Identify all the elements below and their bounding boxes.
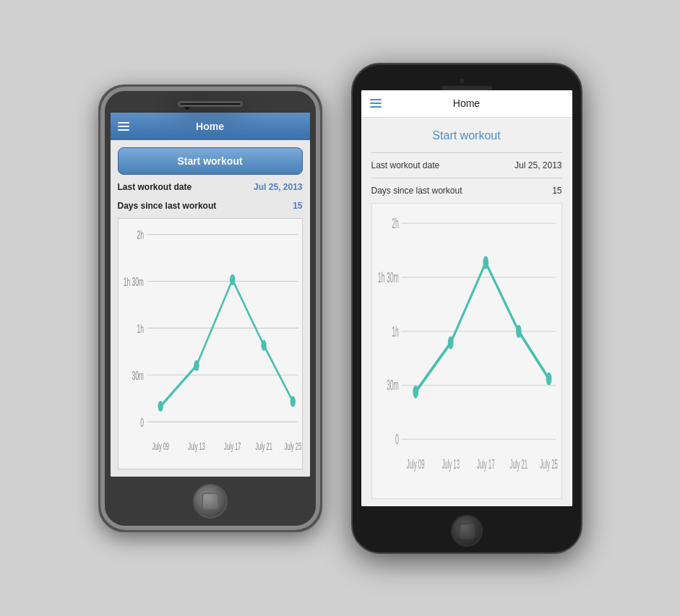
svg-text:July 17: July 17 xyxy=(476,456,494,472)
svg-text:1h: 1h xyxy=(137,321,143,335)
app-body2: Start workout Last workout date Jul 25, … xyxy=(361,118,572,506)
home-button1[interactable] xyxy=(193,484,228,519)
last-workout-row2: Last workout date Jul 25, 2013 xyxy=(371,159,562,172)
menu-line xyxy=(118,126,129,127)
svg-text:July 25: July 25 xyxy=(540,456,558,472)
data-point2 xyxy=(546,372,551,385)
last-workout-label2: Last workout date xyxy=(371,160,440,170)
phone2: Home Start workout Last workout date Jul… xyxy=(351,63,582,554)
svg-text:0: 0 xyxy=(140,415,144,429)
svg-text:July 13: July 13 xyxy=(442,456,460,472)
data-point xyxy=(158,400,163,411)
app-title1: Home xyxy=(196,121,224,132)
days-label1: Days since last workout xyxy=(118,201,217,211)
chart2: 2h 1h 30m 1h 30m 0 July 09 July 13 July … xyxy=(371,203,562,499)
menu-line2 xyxy=(370,99,382,100)
chart1: 2h 1h 30m 1h 30m 0 July 09 July 13 July … xyxy=(118,218,303,469)
days-label2: Days since last workout xyxy=(371,186,462,196)
last-workout-label1: Last workout date xyxy=(118,182,192,192)
days-row1: Days since last workout 15 xyxy=(118,199,303,212)
app-body1: Start workout Last workout date Jul 25, … xyxy=(111,140,310,477)
menu-line xyxy=(118,129,129,131)
app-title2: Home xyxy=(453,97,480,109)
last-workout-value2: Jul 25, 2013 xyxy=(515,160,561,170)
svg-text:1h: 1h xyxy=(392,323,399,339)
start-workout-button1[interactable]: Start workout xyxy=(118,147,303,175)
svg-text:2h: 2h xyxy=(137,227,143,241)
phone1: Home Start workout Last workout date Jul… xyxy=(98,84,322,532)
data-point2 xyxy=(483,256,489,269)
speaker1 xyxy=(178,101,243,107)
home-button-inner2 xyxy=(459,523,475,539)
svg-text:1h 30m: 1h 30m xyxy=(377,269,398,285)
last-workout-row1: Last workout date Jul 25, 2013 xyxy=(118,181,303,194)
svg-text:July 21: July 21 xyxy=(255,440,272,453)
scene: Home Start workout Last workout date Jul… xyxy=(98,63,582,554)
svg-text:July 21: July 21 xyxy=(509,456,528,472)
menu-line xyxy=(118,122,129,123)
screen2: Home Start workout Last workout date Jul… xyxy=(361,90,572,506)
data-point2 xyxy=(413,385,418,398)
svg-text:July 13: July 13 xyxy=(188,440,205,453)
divider2 xyxy=(371,178,562,178)
menu-icon2[interactable] xyxy=(370,99,382,108)
data-point xyxy=(261,339,266,350)
svg-text:July 25: July 25 xyxy=(284,440,301,453)
app-header2: Home xyxy=(361,90,572,118)
svg-text:July 09: July 09 xyxy=(152,440,169,453)
data-point2 xyxy=(515,324,521,337)
start-workout-button2[interactable]: Start workout xyxy=(371,125,562,147)
last-workout-value1: Jul 25, 2013 xyxy=(254,182,302,192)
chart-svg2: 2h 1h 30m 1h 30m 0 July 09 July 13 July … xyxy=(372,204,561,498)
data-point xyxy=(229,274,234,285)
menu-line2 xyxy=(370,103,382,104)
chart-svg1: 2h 1h 30m 1h 30m 0 July 09 July 13 July … xyxy=(119,219,302,469)
menu-line2 xyxy=(370,106,382,108)
top-area2 xyxy=(361,64,572,90)
data-point2 xyxy=(447,336,453,349)
svg-text:0: 0 xyxy=(395,430,399,446)
data-point xyxy=(290,396,295,407)
app-header1: Home xyxy=(111,113,310,140)
svg-text:30m: 30m xyxy=(132,368,143,382)
camera2 xyxy=(459,77,465,84)
data-point xyxy=(194,360,199,370)
svg-text:2h: 2h xyxy=(392,214,399,230)
svg-text:July 17: July 17 xyxy=(223,440,241,453)
menu-icon1[interactable] xyxy=(118,122,129,131)
days-value1: 15 xyxy=(293,201,302,211)
svg-text:1h 30m: 1h 30m xyxy=(123,274,143,288)
divider1 xyxy=(371,152,562,153)
screen1: Home Start workout Last workout date Jul… xyxy=(111,113,310,477)
home-button2[interactable] xyxy=(451,515,483,547)
svg-text:30m: 30m xyxy=(386,377,398,393)
svg-text:July 09: July 09 xyxy=(406,456,424,472)
days-row2: Days since last workout 15 xyxy=(371,184,562,197)
days-value2: 15 xyxy=(552,186,561,196)
home-button-inner1 xyxy=(202,493,219,510)
